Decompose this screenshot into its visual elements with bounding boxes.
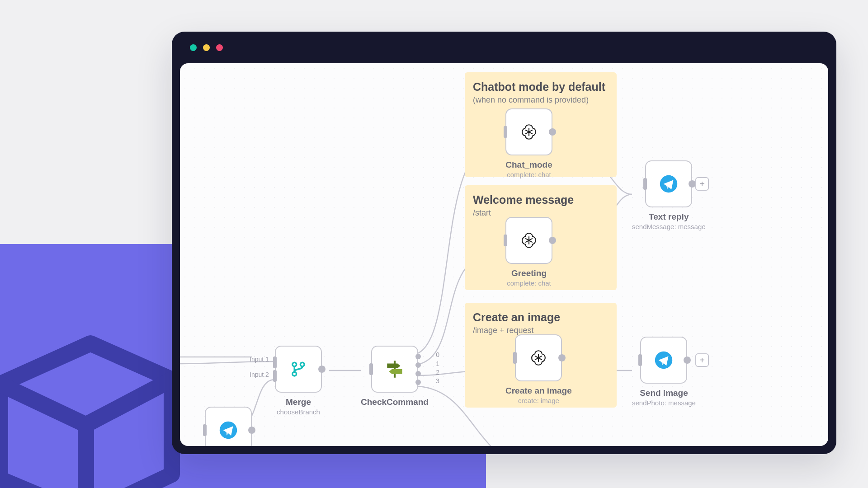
node-sublabel: create: image — [518, 397, 559, 404]
node-sublabel: chooseBranch — [277, 408, 320, 416]
port-in-icon[interactable] — [513, 352, 517, 364]
window-titlebar — [172, 32, 836, 63]
node-label: Merge — [286, 397, 311, 407]
port-out-icon[interactable] — [248, 427, 255, 434]
add-node-button[interactable]: + — [695, 353, 709, 367]
node-check-command[interactable]: CheckCommand 0 1 2 3 — [361, 346, 429, 407]
port-label: Input 2 — [250, 371, 269, 378]
group-title: Create an image — [473, 311, 609, 324]
group-subtitle: /image + request — [473, 326, 609, 335]
background-cube-illustration — [0, 303, 199, 488]
telegram-icon — [659, 174, 678, 193]
plus-icon: + — [699, 179, 705, 189]
node-sublabel: complete: chat — [507, 171, 551, 178]
port-out-icon[interactable] — [415, 371, 421, 376]
telegram-icon — [654, 351, 673, 370]
port-in-icon[interactable] — [273, 357, 277, 368]
node-text-reply[interactable]: Text reply sendMessage: message — [632, 160, 706, 230]
node-sublabel: complete: chat — [507, 279, 551, 287]
port-out-icon[interactable] — [415, 354, 421, 359]
port-label: 1 — [436, 360, 439, 367]
group-subtitle: /start — [473, 208, 609, 218]
port-out-icon[interactable] — [549, 237, 556, 244]
openai-icon — [519, 231, 538, 250]
traffic-light-zoom-icon[interactable] — [216, 44, 223, 51]
node-label: Greeting — [511, 268, 547, 278]
port-out-icon[interactable] — [415, 362, 421, 368]
port-in-icon[interactable] — [504, 126, 507, 138]
group-title: Chatbot mode by default — [473, 80, 609, 94]
port-out-icon[interactable] — [689, 180, 696, 188]
telegram-icon — [219, 421, 238, 440]
node-label: CheckCommand — [361, 397, 429, 407]
openai-icon — [529, 348, 548, 367]
node-sublabel: sendPhoto: message — [632, 399, 696, 407]
port-out-icon[interactable] — [549, 128, 556, 136]
app-window: Chatbot mode by default (when no command… — [172, 32, 836, 454]
signpost-icon — [383, 358, 406, 380]
port-label: Input 1 — [250, 356, 269, 363]
node-label: Text reply — [649, 212, 689, 222]
traffic-light-close-icon[interactable] — [190, 44, 197, 51]
node-send-image[interactable]: Send image sendPhoto: message — [632, 337, 696, 407]
git-branch-icon — [289, 360, 308, 379]
port-out-icon[interactable] — [318, 366, 326, 373]
group-title: Welcome message — [473, 193, 609, 206]
port-in-icon[interactable] — [638, 354, 642, 366]
port-label: 3 — [436, 377, 439, 385]
node-sublabel: sendMessage: message — [632, 223, 706, 230]
port-in-icon[interactable] — [369, 363, 373, 375]
plus-icon: + — [699, 355, 705, 366]
group-subtitle: (when no command is provided) — [473, 95, 609, 105]
add-node-button[interactable]: + — [695, 177, 709, 191]
port-in-icon[interactable] — [203, 424, 207, 436]
port-label: 0 — [436, 351, 439, 358]
node-label: Chat_mode — [505, 160, 552, 170]
port-out-icon[interactable] — [415, 380, 421, 385]
node-telegram-trigger[interactable] — [205, 407, 252, 446]
port-out-icon[interactable] — [684, 357, 691, 364]
node-label: Create an image — [505, 386, 572, 396]
node-label: Send image — [640, 388, 688, 398]
workflow-canvas[interactable]: Chatbot mode by default (when no command… — [180, 63, 828, 446]
port-in-icon[interactable] — [273, 370, 277, 382]
port-label: 2 — [436, 369, 439, 376]
node-greeting[interactable]: Greeting complete: chat — [505, 217, 552, 287]
port-in-icon[interactable] — [504, 235, 507, 246]
node-create-image[interactable]: Create an image create: image — [505, 334, 572, 404]
traffic-light-minimize-icon[interactable] — [203, 44, 210, 51]
port-in-icon[interactable] — [643, 178, 647, 190]
node-chat-mode[interactable]: Chat_mode complete: chat — [505, 108, 552, 178]
openai-icon — [519, 122, 538, 141]
node-merge[interactable]: Merge chooseBranch Input 1 Input 2 — [275, 346, 322, 416]
port-out-icon[interactable] — [558, 354, 566, 361]
